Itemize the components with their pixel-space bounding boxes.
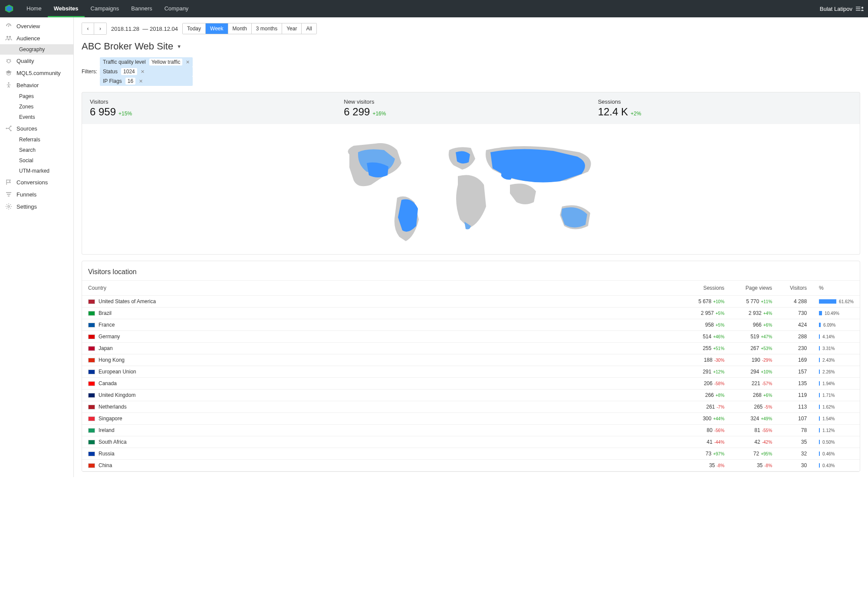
col-percent[interactable]: % xyxy=(813,281,860,296)
svg-rect-20 xyxy=(7,194,10,195)
sidebar-sub-search[interactable]: Search xyxy=(0,145,73,155)
walk-icon xyxy=(5,82,12,88)
sidebar-sub-zones[interactable]: Zones xyxy=(0,101,73,112)
col-country[interactable]: Country xyxy=(82,281,683,296)
user-switch-icon xyxy=(856,6,864,12)
sidebar-item-funnels[interactable]: Funnels xyxy=(0,188,73,200)
table-row[interactable]: Singapore300+44%324+49%1071.54% xyxy=(82,413,860,425)
flag-icon xyxy=(5,179,12,186)
range-month[interactable]: Month xyxy=(228,23,252,34)
summary-new-visitors: New visitors 6 299+16% xyxy=(344,98,598,118)
sidebar-item-overview[interactable]: Overview xyxy=(0,20,73,32)
sidebar-item-settings[interactable]: Settings xyxy=(0,200,73,213)
chip-remove-icon[interactable]: ✕ xyxy=(139,79,143,84)
table-row[interactable]: United States of America5 678+10%5 770+1… xyxy=(82,296,860,308)
flag-icon xyxy=(88,452,95,456)
flag-icon xyxy=(88,370,95,374)
filter-chip[interactable]: IP Flags 16 ✕ xyxy=(100,76,193,86)
flag-icon xyxy=(88,381,95,386)
sidebar-sub-events[interactable]: Events xyxy=(0,112,73,122)
svg-line-13 xyxy=(10,59,11,60)
sidebar-sub-pages[interactable]: Pages xyxy=(0,91,73,101)
flag-icon xyxy=(88,358,95,363)
sidebar-item-quality[interactable]: Quality xyxy=(0,55,73,67)
table-row[interactable]: Canada206-58%221-57%1351.94% xyxy=(82,378,860,389)
graduation-icon xyxy=(5,69,12,76)
top-bar: HomeWebsitesCampaignsBannersCompany Bula… xyxy=(0,0,868,17)
date-range[interactable]: 2018.11.28 — 2018.12.04 xyxy=(111,26,178,32)
sidebar-sub-utm[interactable]: UTM-marked xyxy=(0,166,73,176)
prev-period-button[interactable]: ‹ xyxy=(82,23,94,34)
filters-label: Filters: xyxy=(82,69,97,75)
table-row[interactable]: China35-8%35-8%300.43% xyxy=(82,460,860,471)
user-menu[interactable]: Bulat Latipov xyxy=(820,6,864,12)
world-map-svg xyxy=(319,128,623,250)
range-3months[interactable]: 3 months xyxy=(252,23,282,34)
sidebar-item-audience[interactable]: Audience xyxy=(0,32,73,44)
sidebar-item-behavior[interactable]: Behavior xyxy=(0,79,73,91)
summary-sessions: Sessions 12.4 K+2% xyxy=(598,98,852,118)
svg-rect-4 xyxy=(856,10,861,11)
nav-company[interactable]: Company xyxy=(158,0,195,17)
table-row[interactable]: Brazil2 957+5%2 932+4%73010.49% xyxy=(82,308,860,319)
col-pageviews[interactable]: Page views xyxy=(730,281,778,296)
range-all[interactable]: All xyxy=(302,23,316,34)
table-row[interactable]: United Kingdom266+8%268+6%1191.71% xyxy=(82,389,860,401)
table-row[interactable]: Russia73+97%72+95%320.46% xyxy=(82,448,860,460)
visitors-location-card: Visitors location Country Sessions Page … xyxy=(82,261,860,472)
sidebar-item-mql5[interactable]: MQL5.community xyxy=(0,67,73,79)
sidebar-item-conversions[interactable]: Conversions xyxy=(0,176,73,188)
flag-icon xyxy=(88,393,95,398)
filter-chip[interactable]: Status 1024 ✕ xyxy=(100,67,193,76)
table-row[interactable]: Ireland80-56%81-55%781.12% xyxy=(82,425,860,436)
nav-banners[interactable]: Banners xyxy=(125,0,158,17)
flag-icon xyxy=(88,334,95,339)
svg-point-9 xyxy=(7,59,10,63)
branch-icon xyxy=(5,125,12,132)
range-today[interactable]: Today xyxy=(183,23,206,34)
col-visitors[interactable]: Visitors xyxy=(778,281,813,296)
svg-point-22 xyxy=(8,206,10,207)
sidebar-sub-referrals[interactable]: Referrals xyxy=(0,134,73,145)
table-row[interactable]: Germany514+46%519+47%2884.14% xyxy=(82,331,860,343)
table-row[interactable]: Netherlands261-7%265-5%1131.62% xyxy=(82,401,860,413)
chip-remove-icon[interactable]: ✕ xyxy=(141,69,145,75)
bug-icon xyxy=(5,57,12,64)
next-period-button[interactable]: › xyxy=(94,23,106,34)
page-title[interactable]: ABC Broker Web Site ▼ xyxy=(82,41,860,52)
table-row[interactable]: Hong Kong188-30%190-29%1692.43% xyxy=(82,354,860,366)
toolbar: ‹ › 2018.11.28 — 2018.12.04 TodayWeekMon… xyxy=(82,23,860,35)
table-row[interactable]: France958+5%966+6%4246.09% xyxy=(82,319,860,331)
table-row[interactable]: Japan255+51%267+53%2303.31% xyxy=(82,343,860,354)
app-logo-icon xyxy=(4,4,14,13)
range-picker: TodayWeekMonth3 monthsYearAll xyxy=(182,23,317,34)
people-icon xyxy=(5,35,12,42)
date-nav: ‹ › xyxy=(82,23,107,35)
nav-websites[interactable]: Websites xyxy=(48,0,85,17)
table-row[interactable]: South Africa41-44%42-42%350.50% xyxy=(82,436,860,448)
svg-point-8 xyxy=(9,36,11,38)
flag-icon xyxy=(88,440,95,445)
table-row[interactable]: European Union291+12%294+10%1572.26% xyxy=(82,366,860,378)
sidebar-sub-geography[interactable]: Geography xyxy=(0,44,73,55)
sidebar-sub-social[interactable]: Social xyxy=(0,155,73,166)
range-week[interactable]: Week xyxy=(206,23,228,34)
caret-down-icon: ▼ xyxy=(177,44,181,49)
country-table: Country Sessions Page views Visitors % U… xyxy=(82,280,860,471)
range-year[interactable]: Year xyxy=(282,23,302,34)
flag-icon xyxy=(88,416,95,421)
main-content: ‹ › 2018.11.28 — 2018.12.04 TodayWeekMon… xyxy=(74,17,868,477)
top-nav: HomeWebsitesCampaignsBannersCompany xyxy=(20,0,194,17)
summary-visitors: Visitors 6 959+15% xyxy=(90,98,344,118)
svg-line-12 xyxy=(7,59,7,60)
sidebar-item-sources[interactable]: Sources xyxy=(0,122,73,134)
svg-point-15 xyxy=(8,82,9,83)
summary-panel: Visitors 6 959+15% New visitors 6 299+16… xyxy=(82,92,860,124)
nav-campaigns[interactable]: Campaigns xyxy=(85,0,125,17)
svg-rect-6 xyxy=(8,25,10,27)
col-sessions[interactable]: Sessions xyxy=(683,281,730,296)
filter-chip[interactable]: Traffic quality level Yellow traffic ✕ xyxy=(100,57,193,67)
nav-home[interactable]: Home xyxy=(20,0,48,17)
gear-icon xyxy=(5,203,12,210)
chip-remove-icon[interactable]: ✕ xyxy=(186,59,190,65)
